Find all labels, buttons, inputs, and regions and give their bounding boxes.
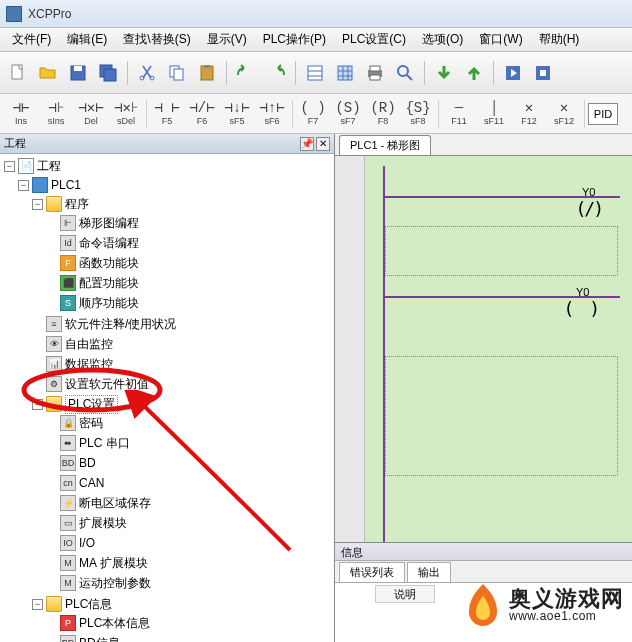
download-icon[interactable] xyxy=(430,59,458,87)
tree-plc1[interactable]: −PLC1 xyxy=(0,176,334,194)
tree-motion[interactable]: M运动控制参数 xyxy=(0,574,334,592)
cut-icon[interactable] xyxy=(133,59,161,87)
inst-sf7[interactable]: (S)sF7 xyxy=(331,96,365,132)
tree-plcset[interactable]: −PLC设置 xyxy=(0,395,334,413)
print-icon[interactable] xyxy=(361,59,389,87)
save-icon[interactable] xyxy=(64,59,92,87)
svg-rect-0 xyxy=(12,65,22,79)
redo-icon[interactable] xyxy=(262,59,290,87)
inst-sins[interactable]: ⊣⊦sIns xyxy=(39,96,73,132)
info-body: 说明 xyxy=(335,583,632,642)
tree-root[interactable]: −📄工程 xyxy=(0,157,334,175)
inst-del[interactable]: ⊣✕⊢Del xyxy=(74,96,108,132)
upload-icon[interactable] xyxy=(460,59,488,87)
ladder-canvas[interactable]: Y0(/) Y0( ) xyxy=(335,156,632,542)
menu-plc-set[interactable]: PLC设置(C) xyxy=(334,29,414,50)
tree-ladder[interactable]: ⊩梯形图编程 xyxy=(0,214,334,232)
grid2-icon[interactable] xyxy=(331,59,359,87)
svg-rect-15 xyxy=(370,75,380,80)
menu-plc-op[interactable]: PLC操作(P) xyxy=(255,29,334,50)
inst-sf8[interactable]: {S}sF8 xyxy=(401,96,435,132)
inst-f11[interactable]: ─F11 xyxy=(442,96,476,132)
copy-icon[interactable] xyxy=(163,59,191,87)
menu-search[interactable]: 查找\替换(S) xyxy=(115,29,198,50)
tree-funcblk[interactable]: F函数功能块 xyxy=(0,254,334,272)
tree-comment[interactable]: ≡软元件注释/使用状况 xyxy=(0,315,334,333)
inst-ins[interactable]: ⊣⊢Ins xyxy=(4,96,38,132)
inst-sf5[interactable]: ⊣↓⊢sF5 xyxy=(220,96,254,132)
inst-sf11[interactable]: │sF11 xyxy=(477,96,511,132)
inst-sdel[interactable]: ⊣✕⊦sDel xyxy=(109,96,143,132)
tree-expmod[interactable]: ▭扩展模块 xyxy=(0,514,334,532)
tree-bd[interactable]: BDBD xyxy=(0,454,334,472)
info-tab-errors[interactable]: 错误列表 xyxy=(339,562,405,582)
undo-icon[interactable] xyxy=(232,59,260,87)
tree-pin-icon[interactable]: 📌 xyxy=(300,137,314,151)
info-tabs: 错误列表 输出 xyxy=(335,561,632,583)
inst-f12[interactable]: ✕F12 xyxy=(512,96,546,132)
serial-icon: ⬌ xyxy=(60,435,76,451)
paste-icon[interactable] xyxy=(193,59,221,87)
tree-plcport[interactable]: ⬌PLC 串口 xyxy=(0,434,334,452)
tree-datamon[interactable]: 📊数据监控 xyxy=(0,355,334,373)
menu-window[interactable]: 窗口(W) xyxy=(471,29,530,50)
open-file-icon[interactable] xyxy=(34,59,62,87)
svg-rect-12 xyxy=(338,66,352,80)
search-icon[interactable] xyxy=(391,59,419,87)
tree-cfgblk[interactable]: ⬛配置功能块 xyxy=(0,274,334,292)
seqblk-icon: S xyxy=(60,295,76,311)
instr-icon: Id xyxy=(60,235,76,251)
project-tree[interactable]: −📄工程 −PLC1 −程序 ⊩梯形图编程 Id命令语编程 F函数功能块 ⬛配置… xyxy=(0,154,334,642)
info-tab-output[interactable]: 输出 xyxy=(407,562,451,582)
new-file-icon[interactable] xyxy=(4,59,32,87)
menu-help[interactable]: 帮助(H) xyxy=(531,29,588,50)
save-all-icon[interactable] xyxy=(94,59,122,87)
tree-program[interactable]: −程序 xyxy=(0,195,334,213)
freemon-icon: 👁 xyxy=(46,336,62,352)
tree-initval[interactable]: ⚙设置软元件初值 xyxy=(0,375,334,393)
inst-f6[interactable]: ⊣/⊢F6 xyxy=(185,96,219,132)
svg-rect-11 xyxy=(308,66,322,80)
main-area: 工程 📌 ✕ −📄工程 −PLC1 −程序 ⊩梯形图编程 I xyxy=(0,134,632,642)
inst-f7[interactable]: ( )F7 xyxy=(296,96,330,132)
editor-tab-plc1[interactable]: PLC1 - 梯形图 xyxy=(339,135,431,155)
inst-f5[interactable]: ⊣ ⊢F5 xyxy=(150,96,184,132)
grid1-icon[interactable] xyxy=(301,59,329,87)
tree-close-icon[interactable]: ✕ xyxy=(316,137,330,151)
ladder-output-y0-no: Y0( ) xyxy=(563,286,602,319)
inst-f8[interactable]: (R)F8 xyxy=(366,96,400,132)
window-title: XCPPro xyxy=(28,7,71,21)
password-icon: 🔒 xyxy=(60,415,76,431)
menu-file[interactable]: 文件(F) xyxy=(4,29,59,50)
tree-freemon[interactable]: 👁自由监控 xyxy=(0,335,334,353)
stop-icon[interactable] xyxy=(529,59,557,87)
menu-option[interactable]: 选项(O) xyxy=(414,29,471,50)
tree-plcbody[interactable]: PPLC本体信息 xyxy=(0,614,334,632)
tree-header-title: 工程 xyxy=(4,136,26,151)
tree-bdinfo[interactable]: BDBD信息 xyxy=(0,634,334,642)
tree-plcinfo[interactable]: −PLC信息 xyxy=(0,595,334,613)
tree-password[interactable]: 🔒密码 xyxy=(0,414,334,432)
plc-icon xyxy=(32,177,48,193)
run-icon[interactable] xyxy=(499,59,527,87)
tree-poweroff[interactable]: ⚡断电区域保存 xyxy=(0,494,334,512)
tree-maexp[interactable]: MMA 扩展模块 xyxy=(0,554,334,572)
inst-sf6[interactable]: ⊣↑⊢sF6 xyxy=(255,96,289,132)
tree-header: 工程 📌 ✕ xyxy=(0,134,334,154)
editor-tabrow: PLC1 - 梯形图 xyxy=(335,134,632,156)
menu-view[interactable]: 显示(V) xyxy=(199,29,255,50)
bd-icon: BD xyxy=(60,455,76,471)
save-region-icon: ⚡ xyxy=(60,495,76,511)
menu-edit[interactable]: 编辑(E) xyxy=(59,29,115,50)
tree-can[interactable]: cnCAN xyxy=(0,474,334,492)
tree-instr[interactable]: Id命令语编程 xyxy=(0,234,334,252)
inst-pid[interactable]: PID xyxy=(588,103,618,125)
datamon-icon: 📊 xyxy=(46,356,62,372)
svg-rect-19 xyxy=(540,70,546,76)
tree-seqblk[interactable]: S顺序功能块 xyxy=(0,294,334,312)
expmod-icon: ▭ xyxy=(60,515,76,531)
tree-io[interactable]: IOI/O xyxy=(0,534,334,552)
initval-icon: ⚙ xyxy=(46,376,62,392)
inst-sf12[interactable]: ✕sF12 xyxy=(547,96,581,132)
project-icon: 📄 xyxy=(18,158,34,174)
